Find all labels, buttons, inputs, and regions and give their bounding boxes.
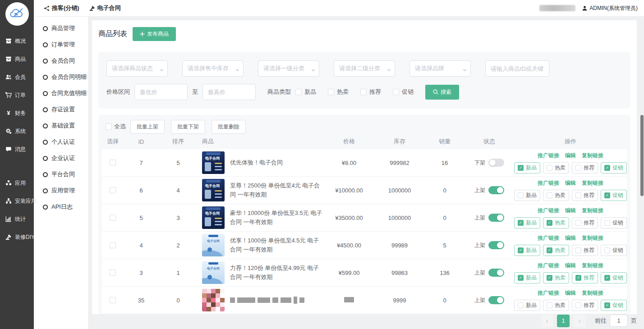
search-button[interactable]: 搜索 [425,85,459,100]
rail-item-安装应用[interactable]: 安装应用 [0,192,34,210]
op-link-编辑[interactable]: 编辑 [565,207,576,215]
op-link-复制链接[interactable]: 复制链接 [582,262,603,270]
tag-toggle-新品[interactable]: ✓新品 [514,245,540,256]
tag-toggle-促销[interactable]: ✓促销 [601,162,627,174]
op-link-复制链接[interactable]: 复制链接 [582,234,603,242]
status-toggle[interactable] [488,186,504,194]
subnav-item-企业认证[interactable]: 企业认证 [34,150,88,166]
rail-item-统计[interactable]: 统计 [0,210,34,228]
select-all-checkbox[interactable] [106,123,112,130]
max-price-input[interactable] [202,84,256,100]
keyword-input[interactable] [485,60,549,77]
type-checkbox-热卖[interactable]: 热卖 [328,88,349,96]
op-link-推广链接[interactable]: 推广链接 [538,262,559,270]
subnav-item-基础设置[interactable]: 基础设置 [34,118,88,134]
tag-toggle-新品[interactable]: ✓新品 [514,217,540,228]
op-link-编辑[interactable]: 编辑 [565,152,576,160]
op-link-推广链接[interactable]: 推广链接 [538,234,559,242]
op-link-复制链接[interactable]: 复制链接 [582,152,603,160]
row-checkbox[interactable] [110,187,116,193]
tag-toggle-热卖[interactable]: 热卖 [543,162,569,174]
prev-page-button[interactable]: ‹ [541,315,553,327]
scrollbar-thumb[interactable] [640,115,644,196]
tag-toggle-新品[interactable]: ✓新品 [514,272,540,283]
tag-toggle-推荐[interactable]: 推荐 [572,300,598,311]
page-1-button[interactable]: 1 [557,315,570,327]
op-link-复制链接[interactable]: 复制链接 [582,179,603,187]
type-checkbox-促销[interactable]: 促销 [393,88,414,96]
publish-product-button[interactable]: 发布商品 [133,27,176,41]
tag-toggle-热卖[interactable]: ✓热卖 [543,217,569,228]
rail-item-会员[interactable]: 会员 [0,68,34,86]
rail-item-装修DIY[interactable]: 装修DIY [0,228,34,246]
rail-item-财务[interactable]: ¥财务 [0,104,34,122]
tag-toggle-推荐[interactable]: 推荐 [572,162,598,174]
type-checkbox-新品[interactable]: 新品 [295,88,316,96]
batch-button-批量删除[interactable]: 批量删除 [212,120,246,134]
goto-page-input[interactable] [610,315,628,327]
subnav-item-API日志[interactable]: API日志 [34,199,88,215]
tag-toggle-推荐[interactable]: 推荐 [572,190,598,201]
tag-toggle-新品[interactable]: 新品 [514,300,540,311]
rail-item-应用[interactable]: 应用 [0,174,34,192]
row-checkbox[interactable] [110,242,116,248]
app-logo[interactable] [5,2,29,26]
op-link-复制链接[interactable]: 复制链接 [582,289,603,297]
subnav-item-订单管理[interactable]: 订单管理 [34,37,88,53]
subnav-item-商品管理[interactable]: 商品管理 [34,20,88,37]
status-toggle[interactable] [488,241,504,249]
row-checkbox[interactable] [110,215,116,221]
rail-item-系统[interactable]: 系统 [0,122,34,140]
subnav-item-平台合同[interactable]: 平台合同 [34,166,88,183]
top-tab-电子合同[interactable]: 电子合同 [89,4,121,12]
tag-toggle-热卖[interactable]: 热卖 [543,300,569,311]
filter-select-请选择品牌[interactable]: 请选择品牌 [409,60,471,77]
admin-menu[interactable]: ADMIN(系统管理员) [582,5,638,12]
rail-item-消息[interactable]: 消息 [0,140,34,158]
page-scrollbar[interactable] [640,0,644,329]
row-checkbox[interactable] [110,270,116,276]
subnav-item-应用管理[interactable]: 应用管理 [34,183,88,199]
batch-button-批量上架[interactable]: 批量上架 [130,120,165,134]
subnav-item-会员合同[interactable]: 会员合同 [34,53,88,69]
op-link-编辑[interactable]: 编辑 [565,289,576,297]
op-link-推广链接[interactable]: 推广链接 [538,179,559,187]
op-link-复制链接[interactable]: 复制链接 [582,207,603,215]
op-link-编辑[interactable]: 编辑 [565,234,576,242]
tag-toggle-热卖[interactable]: ✓热卖 [543,245,569,256]
tag-toggle-热卖[interactable]: ✓热卖 [543,272,569,283]
op-link-编辑[interactable]: 编辑 [565,262,576,270]
subnav-item-存证设置[interactable]: 存证设置 [34,101,88,118]
tag-toggle-热卖[interactable]: 热卖 [543,190,569,201]
subnav-item-合同充值明细[interactable]: 合同充值明细 [34,85,88,101]
next-page-button[interactable]: › [573,315,586,327]
tag-toggle-促销[interactable]: ✓促销 [601,272,627,283]
op-link-编辑[interactable]: 编辑 [565,179,576,187]
rail-item-概况[interactable]: 概况 [0,32,34,50]
status-toggle[interactable] [488,296,504,304]
subnav-item-会员合同明细[interactable]: 会员合同明细 [34,69,88,85]
tag-toggle-新品[interactable]: ✓新品 [514,162,540,174]
top-tab-推客(分销)[interactable]: 推客(分销) [44,4,79,12]
status-toggle[interactable] [488,269,504,277]
row-checkbox[interactable] [110,297,116,303]
subnav-item-个人认证[interactable]: 个人认证 [34,134,88,150]
tag-toggle-促销[interactable]: ✓促销 [601,300,627,311]
status-toggle[interactable] [488,159,504,167]
filter-select-请选择二级分类[interactable]: 请选择二级分类 [334,60,395,77]
row-checkbox[interactable] [110,160,116,166]
batch-button-批量下架[interactable]: 批量下架 [171,120,205,134]
filter-select-请选择一级分类[interactable]: 请选择一级分类 [258,60,319,77]
tag-toggle-促销[interactable]: ✓促销 [601,190,627,201]
tag-toggle-推荐[interactable]: ✓推荐 [572,272,598,283]
rail-item-订单[interactable]: 订单 [0,86,34,104]
rail-item-商品[interactable]: 商品 [0,50,34,68]
tag-toggle-推荐[interactable]: 推荐 [572,217,598,228]
status-toggle[interactable] [488,214,504,222]
min-price-input[interactable] [134,84,188,100]
type-checkbox-推荐[interactable]: 推荐 [360,88,381,96]
tag-toggle-促销[interactable]: 促销 [601,217,627,228]
filter-select-请选择售中库存[interactable]: 请选择售中库存 [182,60,244,77]
tag-toggle-推荐[interactable]: 推荐 [572,245,598,256]
op-link-推广链接[interactable]: 推广链接 [538,207,559,215]
